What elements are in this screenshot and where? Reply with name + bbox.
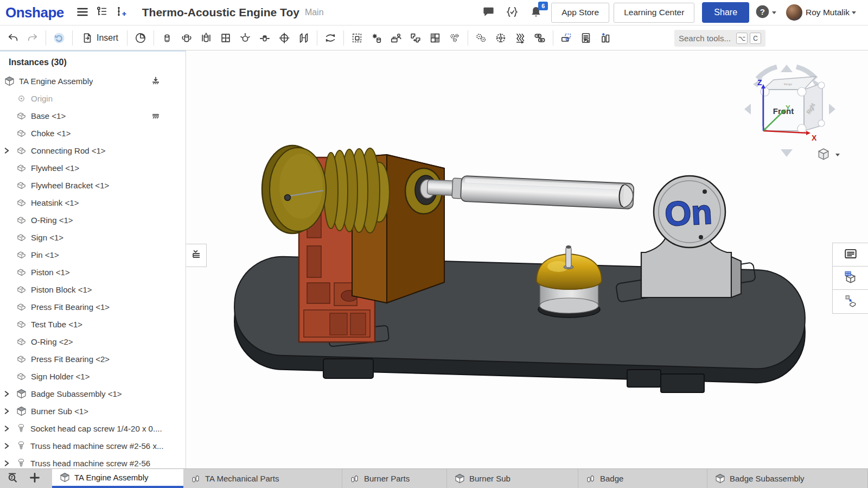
hamburger-icon: [76, 5, 89, 20]
instance-row[interactable]: Pin <1>: [0, 246, 186, 263]
spring-button[interactable]: [510, 28, 530, 48]
tab-badge[interactable]: Badge: [578, 469, 707, 488]
document-title[interactable]: Thermo-Acoustic Engine Toy: [142, 6, 299, 19]
history-button[interactable]: [131, 28, 150, 48]
instance-row[interactable]: Badge Subassembly <1>: [0, 385, 186, 402]
instance-row[interactable]: Truss head machine screw #2-56: [0, 454, 186, 468]
feature-script-button[interactable]: [503, 4, 521, 21]
instance-row[interactable]: Socket head cap screw 1/4-20 x 0....: [0, 420, 186, 437]
test-tube-part[interactable]: [427, 174, 634, 209]
instance-row[interactable]: Flywheel <1>: [0, 159, 186, 176]
instance-row[interactable]: Burner Sub <1>: [0, 402, 186, 420]
instance-row[interactable]: Sign <1>: [0, 229, 186, 246]
undo-button[interactable]: [3, 28, 23, 48]
mate-ball-button[interactable]: [235, 28, 255, 48]
instance-row[interactable]: Origin: [0, 90, 186, 107]
explode-view-button[interactable]: [367, 28, 386, 48]
instance-row[interactable]: Sign Holder <1>: [0, 367, 186, 385]
expand-chevron-icon[interactable]: [3, 147, 10, 154]
instance-row[interactable]: Truss head machine screw #2-56 x...: [0, 437, 186, 454]
instance-label: Sign Holder <1>: [31, 372, 90, 381]
instance-label: Sign <1>: [31, 233, 63, 242]
group-button[interactable]: [347, 28, 367, 48]
mate-pin-slot-button[interactable]: [255, 28, 275, 48]
mate-parallel-button[interactable]: [294, 28, 314, 48]
burner-part[interactable]: [537, 245, 602, 318]
instance-row[interactable]: Flywheel Bracket <1>: [0, 176, 186, 194]
instance-row[interactable]: TA Engine Assembly: [0, 72, 186, 90]
learning-center-button[interactable]: Learning Center: [614, 3, 694, 23]
replicate-button[interactable]: [386, 28, 406, 48]
bom-button[interactable]: [576, 28, 596, 48]
mate-fastened-button[interactable]: [157, 28, 177, 48]
drawing-button[interactable]: [425, 28, 445, 48]
tab-badge-subassembly[interactable]: Badge Subassembly: [707, 469, 868, 488]
belt-button[interactable]: [530, 28, 550, 48]
sync-update-button[interactable]: [49, 28, 69, 48]
main-menu-button[interactable]: [74, 4, 91, 21]
tab-ta-mechanical-parts[interactable]: TA Mechanical Parts: [183, 469, 342, 488]
instance-row[interactable]: Choke <1>: [0, 124, 186, 142]
instance-label: Piston <1>: [31, 268, 70, 277]
notifications-button[interactable]: 6: [527, 4, 545, 21]
versions-button[interactable]: [93, 4, 111, 21]
bom-panel-button[interactable]: [833, 243, 868, 267]
instance-row[interactable]: Press Fit Bearing <1>: [0, 298, 186, 315]
tab-burner-sub[interactable]: Burner Sub: [447, 469, 578, 488]
mate-relation-button[interactable]: [321, 28, 340, 48]
mate-revolute-button[interactable]: [177, 28, 196, 48]
fixed-icon[interactable]: [151, 111, 161, 121]
branch-button[interactable]: [113, 4, 130, 21]
comments-button[interactable]: [480, 4, 497, 21]
instance-row[interactable]: Test Tube <1>: [0, 315, 186, 333]
redo-button[interactable]: [23, 28, 42, 48]
expand-chevron-icon[interactable]: [3, 408, 10, 415]
mate-cylindrical-button[interactable]: [275, 28, 294, 48]
mate-planar-button[interactable]: [216, 28, 235, 48]
view-cube[interactable]: Front Right Top Z X Y: [744, 65, 835, 157]
instances-panel-title: Instances (30): [0, 52, 186, 72]
chat-bubble-icon: [482, 5, 495, 20]
instance-row[interactable]: Piston Block <1>: [0, 281, 186, 298]
fix-icon[interactable]: [151, 76, 161, 86]
rack-pinion-button[interactable]: [491, 28, 510, 48]
frame-button[interactable]: [596, 28, 615, 48]
configuration-panel-button[interactable]: [833, 267, 868, 290]
tab-ta-engine-assembly[interactable]: TA Engine Assembly: [52, 469, 183, 488]
appearance-panel-button[interactable]: [833, 290, 868, 313]
configurations-icon: [449, 32, 461, 44]
expand-chevron-icon[interactable]: [3, 425, 10, 432]
gear-relation-button[interactable]: [471, 28, 491, 48]
assembly-3d-view[interactable]: On: [187, 50, 868, 468]
graphics-viewport[interactable]: On: [187, 50, 868, 468]
tab-manager-button[interactable]: [5, 470, 21, 487]
section-view-button[interactable]: [557, 28, 576, 48]
instance-row[interactable]: Press Fit Bearing <2>: [0, 350, 186, 367]
instance-row[interactable]: O-Ring <2>: [0, 333, 186, 350]
search-tools-input[interactable]: Search tools... ⌥ C: [674, 30, 765, 47]
mate-slider-button[interactable]: [196, 28, 216, 48]
expand-chevron-icon[interactable]: [3, 460, 10, 467]
add-tab-button[interactable]: [27, 470, 42, 487]
app-store-button[interactable]: App Store: [551, 3, 609, 23]
instance-row[interactable]: Piston <1>: [0, 263, 186, 281]
panel-collapse-toggle[interactable]: [186, 244, 207, 267]
instance-row[interactable]: Heatsink <1>: [0, 194, 186, 211]
instance-row[interactable]: Base <1>: [0, 107, 186, 124]
notification-count-badge: 6: [538, 2, 548, 10]
onshape-logo[interactable]: Onshape: [5, 4, 64, 21]
sign-part[interactable]: On: [641, 176, 741, 297]
help-menu-button[interactable]: ?: [754, 4, 777, 21]
flywheel-part[interactable]: [262, 145, 326, 233]
instance-row[interactable]: Connecting Rod <1>: [0, 142, 186, 159]
tab-burner-parts[interactable]: Burner Parts: [342, 469, 447, 488]
share-button[interactable]: Share: [702, 2, 749, 23]
instance-row[interactable]: O-Ring <1>: [0, 211, 186, 229]
insert-button[interactable]: Insert: [76, 28, 124, 48]
in-context-button[interactable]: [406, 28, 425, 48]
view-options-button[interactable]: [816, 147, 840, 163]
configurations-button[interactable]: [445, 28, 464, 48]
expand-chevron-icon[interactable]: [3, 442, 10, 449]
user-menu-button[interactable]: Roy Mutalik: [784, 4, 858, 21]
expand-chevron-icon[interactable]: [3, 390, 10, 397]
